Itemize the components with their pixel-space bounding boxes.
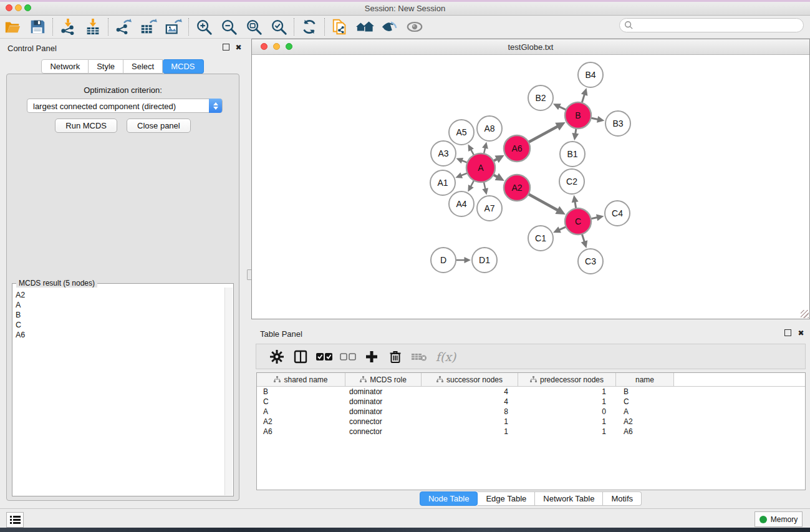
table-cell[interactable]: 1 xyxy=(422,417,518,427)
table-cell[interactable]: 4 xyxy=(422,397,518,407)
graph-node-D1[interactable]: D1 xyxy=(472,248,497,273)
table-row[interactable]: A2connector11A2 xyxy=(257,417,805,427)
import-network-button[interactable] xyxy=(55,17,80,37)
graph-edge-A6-B[interactable] xyxy=(527,127,558,143)
graph-node-A7[interactable]: A7 xyxy=(477,196,502,221)
table-row[interactable]: Bdominator41B xyxy=(257,387,805,397)
column-header[interactable]: name xyxy=(616,373,674,386)
column-header[interactable]: successor nodes xyxy=(422,373,518,386)
delete-table-button[interactable] xyxy=(407,346,431,367)
zoom-in-button[interactable] xyxy=(191,17,216,37)
criterion-select[interactable]: largest connected component (directed) xyxy=(27,99,223,113)
save-session-button[interactable] xyxy=(25,17,50,37)
float-table-panel-icon[interactable] xyxy=(784,329,793,337)
table-row[interactable]: A6connector11A6 xyxy=(257,427,805,437)
mcds-result-item[interactable]: B xyxy=(16,310,225,320)
tab-network[interactable]: Network xyxy=(41,59,89,74)
graph-node-A2[interactable]: A2 xyxy=(504,175,530,201)
table-cell[interactable]: dominator xyxy=(345,387,422,397)
table-cell[interactable]: 8 xyxy=(422,407,518,417)
network-canvas[interactable]: AA1A2A3A4A5A6A7A8BB1B2B3B4CC1C2C3C4DD1 xyxy=(252,55,809,319)
mcds-result-item[interactable]: A2 xyxy=(16,290,225,300)
table-cell[interactable]: A6 xyxy=(257,427,345,437)
graph-node-A6[interactable]: A6 xyxy=(504,135,530,162)
table-row[interactable]: Cdominator41C xyxy=(257,397,805,407)
select-all-button[interactable] xyxy=(312,346,336,367)
graph-node-B3[interactable]: B3 xyxy=(605,111,630,136)
column-header[interactable]: predecessor nodes xyxy=(518,373,616,386)
close-panel-button[interactable]: Close panel xyxy=(127,118,191,133)
graph-node-C2[interactable]: C2 xyxy=(559,169,584,194)
table-cell[interactable]: B xyxy=(616,387,674,397)
graph-node-C[interactable]: C xyxy=(565,208,591,235)
graph-node-A5[interactable]: A5 xyxy=(449,120,474,145)
column-visibility-button[interactable] xyxy=(289,346,312,367)
tab-select[interactable]: Select xyxy=(123,59,163,74)
column-header[interactable]: MCDS role xyxy=(345,373,422,386)
copy-network-button[interactable] xyxy=(327,17,352,37)
add-column-button[interactable] xyxy=(360,346,383,367)
table-cell[interactable]: connector xyxy=(345,427,422,437)
apply-layout-button[interactable] xyxy=(297,17,322,37)
export-table-button[interactable] xyxy=(136,17,161,37)
graph-node-A[interactable]: A xyxy=(466,153,495,182)
deselect-all-button[interactable] xyxy=(336,346,360,367)
task-history-button[interactable] xyxy=(6,512,24,528)
table-cell[interactable]: A2 xyxy=(257,417,345,427)
graph-node-A4[interactable]: A4 xyxy=(449,191,474,216)
table-cell[interactable]: 1 xyxy=(518,387,616,397)
open-session-button[interactable] xyxy=(0,17,25,37)
float-panel-icon[interactable] xyxy=(223,44,231,52)
table-cell[interactable]: 4 xyxy=(422,387,518,397)
graph-node-C3[interactable]: C3 xyxy=(578,249,603,274)
table-cell[interactable]: B xyxy=(257,387,345,397)
zoom-fit-button[interactable] xyxy=(241,17,266,37)
table-cell[interactable]: C xyxy=(257,397,345,407)
tab-mcds[interactable]: MCDS xyxy=(163,59,203,74)
mcds-result-item[interactable]: A6 xyxy=(16,330,225,340)
table-settings-button[interactable] xyxy=(265,346,289,367)
graph-node-D[interactable]: D xyxy=(431,248,456,273)
graph-edge-A2-C[interactable] xyxy=(527,193,558,211)
graph-node-A1[interactable]: A1 xyxy=(430,170,455,195)
table-row[interactable]: Adominator80A xyxy=(257,407,805,417)
tab-motifs[interactable]: Motifs xyxy=(603,491,642,506)
graph-node-C4[interactable]: C4 xyxy=(605,201,630,226)
hide-graphics-details-button[interactable] xyxy=(402,17,427,37)
graph-node-A3[interactable]: A3 xyxy=(431,141,456,166)
home-views-button[interactable] xyxy=(352,17,377,37)
tab-node-table[interactable]: Node Table xyxy=(420,491,478,506)
table-cell[interactable]: connector xyxy=(345,417,422,427)
tab-edge-table[interactable]: Edge Table xyxy=(478,491,535,506)
table-cell[interactable]: 1 xyxy=(518,417,616,427)
import-table-button[interactable] xyxy=(80,17,105,37)
graph-node-B[interactable]: B xyxy=(565,102,591,128)
tab-style[interactable]: Style xyxy=(89,59,123,74)
table-cell[interactable]: A6 xyxy=(616,427,674,437)
window-resize-grip[interactable] xyxy=(801,310,809,318)
column-header[interactable]: shared name xyxy=(257,373,345,386)
mcds-result-list[interactable]: A2ABCA6 xyxy=(13,288,225,495)
mcds-list-scrollbar[interactable] xyxy=(224,288,233,495)
table-cell[interactable]: A xyxy=(616,407,674,417)
table-cell[interactable]: 1 xyxy=(518,427,616,437)
zoom-out-button[interactable] xyxy=(216,17,241,37)
table-cell[interactable]: dominator xyxy=(345,397,422,407)
memory-button[interactable]: Memory xyxy=(755,511,803,527)
export-image-button[interactable] xyxy=(161,17,186,37)
graph-node-B2[interactable]: B2 xyxy=(528,85,553,110)
zoom-selected-button[interactable] xyxy=(266,17,291,37)
mcds-result-item[interactable]: A xyxy=(16,300,225,310)
table-cell[interactable]: 0 xyxy=(518,407,616,417)
table-cell[interactable]: 1 xyxy=(422,427,518,437)
run-mcds-button[interactable]: Run MCDS xyxy=(55,118,117,133)
function-builder-button[interactable]: f(x) xyxy=(431,346,461,367)
graph-node-C1[interactable]: C1 xyxy=(528,226,553,251)
table-cell[interactable]: 1 xyxy=(518,397,616,407)
export-network-button[interactable] xyxy=(111,17,136,37)
graph-node-A8[interactable]: A8 xyxy=(477,116,502,141)
delete-column-button[interactable] xyxy=(383,346,407,367)
mcds-result-item[interactable]: C xyxy=(16,320,225,330)
tab-network-table[interactable]: Network Table xyxy=(535,491,603,506)
graph-node-B1[interactable]: B1 xyxy=(560,142,585,167)
